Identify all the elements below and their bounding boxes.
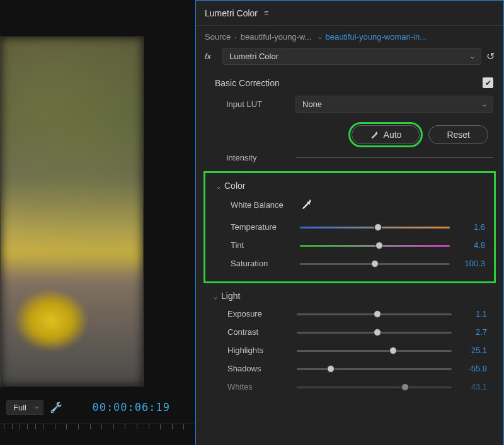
tint-label: Tint [231, 240, 295, 250]
settings-wrench-icon[interactable]: 🔧 [50, 402, 62, 414]
resolution-select[interactable]: Full [6, 400, 43, 415]
chevron-down-icon: ⌵ [217, 183, 220, 190]
color-group-header[interactable]: ⌵ Color [208, 179, 491, 194]
whites-label: Whites [227, 382, 292, 391]
wand-icon [370, 130, 379, 139]
white-balance-label: White Balance [231, 200, 295, 210]
eyedropper-icon[interactable] [301, 198, 312, 211]
chevron-down-icon[interactable]: ⌵ [318, 33, 322, 40]
contrast-value[interactable]: 2.7 [457, 327, 490, 337]
chevron-down-icon: ⌵ [471, 53, 474, 60]
panel-menu-icon[interactable]: ≡ [264, 8, 269, 18]
source-clip-name[interactable]: beautiful-young-w... [241, 32, 312, 42]
timeline-ruler[interactable] [0, 424, 195, 432]
program-monitor [0, 37, 144, 386]
shadows-slider[interactable] [297, 364, 452, 373]
tint-slider[interactable] [300, 241, 450, 250]
highlights-slider[interactable] [297, 346, 452, 355]
saturation-value[interactable]: 100.3 [455, 259, 488, 268]
master-clip-link[interactable]: beautiful-young-woman-in... [326, 32, 427, 42]
basic-correction-header[interactable]: Basic Correction [215, 78, 280, 88]
panel-title: Lumetri Color [205, 8, 258, 18]
source-label: Source [205, 32, 231, 42]
saturation-slider[interactable] [300, 259, 450, 268]
contrast-label: Contrast [227, 327, 292, 337]
auto-button[interactable]: Auto [352, 125, 420, 144]
temperature-value[interactable]: 1.6 [455, 222, 488, 232]
effect-name-select[interactable]: Lumetri Color ⌵ [222, 48, 481, 65]
reset-effect-icon[interactable]: ↺ [486, 50, 495, 62]
reset-button[interactable]: Reset [428, 125, 488, 144]
exposure-value[interactable]: 1.1 [457, 309, 490, 318]
intensity-slider[interactable] [295, 157, 493, 158]
saturation-label: Saturation [231, 259, 295, 268]
temperature-label: Temperature [231, 222, 295, 232]
contrast-slider[interactable] [297, 328, 452, 337]
exposure-label: Exposure [227, 309, 292, 318]
highlights-label: Highlights [227, 346, 292, 355]
basic-correction-toggle[interactable]: ✔ [483, 77, 493, 88]
shadows-label: Shadows [227, 364, 292, 373]
lumetri-color-panel: Lumetri Color ≡ Source · beautiful-young… [195, 0, 504, 445]
intensity-label: Intensity [226, 153, 289, 162]
color-group-highlighted: ⌵ Color White Balance Temperature 1.6 Ti… [203, 171, 496, 283]
input-lut-select[interactable]: None ⌵ [295, 96, 493, 113]
light-group-header[interactable]: ⌵ Light [214, 290, 493, 305]
input-lut-label: Input LUT [226, 99, 289, 109]
whites-slider[interactable] [297, 383, 452, 391]
effect-name-label: Lumetri Color [229, 52, 278, 61]
timecode-display[interactable]: 00:00:06:19 [92, 401, 170, 414]
shadows-value[interactable]: -55.9 [457, 364, 490, 373]
exposure-slider[interactable] [297, 310, 452, 318]
temperature-slider[interactable] [300, 223, 450, 232]
chevron-down-icon: ⌵ [483, 101, 486, 108]
chevron-down-icon: ⌵ [214, 293, 217, 300]
tint-value[interactable]: 4.8 [455, 240, 488, 250]
whites-value[interactable]: 43.1 [457, 382, 490, 391]
fx-badge-icon[interactable]: fx [205, 52, 217, 61]
highlights-value[interactable]: 25.1 [457, 346, 490, 355]
